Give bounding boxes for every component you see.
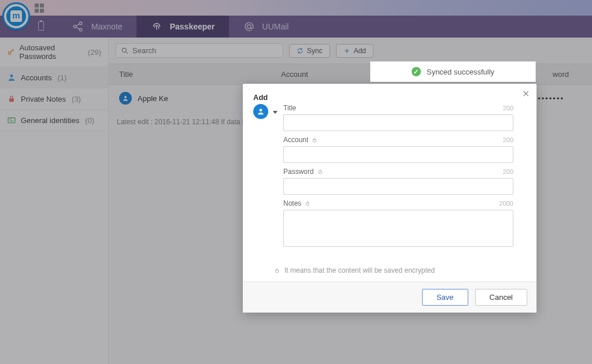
password-max: 200 bbox=[503, 168, 513, 175]
svg-rect-14 bbox=[276, 270, 279, 273]
password-label: Password bbox=[283, 168, 314, 176]
lock-icon bbox=[312, 136, 317, 143]
title-label: Title bbox=[283, 104, 296, 112]
account-label: Account bbox=[283, 136, 308, 144]
entry-avatar-icon[interactable] bbox=[253, 104, 268, 119]
cancel-button[interactable]: Cancel bbox=[475, 289, 527, 306]
account-input[interactable] bbox=[283, 146, 513, 163]
title-input[interactable] bbox=[283, 114, 513, 131]
lock-icon bbox=[274, 267, 280, 274]
modal-close-button[interactable]: ✕ bbox=[522, 88, 530, 99]
toast-message: Synced successfully bbox=[427, 68, 494, 76]
notes-label: Notes bbox=[283, 199, 301, 207]
add-modal: Add ✕ Title200 Account200 Password200 bbox=[243, 84, 536, 313]
avatar-dropdown-caret[interactable] bbox=[273, 111, 278, 114]
notes-max: 2000 bbox=[500, 200, 513, 207]
check-icon: ✓ bbox=[412, 67, 421, 76]
modal-title: Add bbox=[253, 93, 268, 102]
svg-rect-11 bbox=[313, 140, 316, 142]
svg-point-10 bbox=[260, 109, 262, 112]
lock-icon bbox=[305, 200, 310, 207]
account-max: 200 bbox=[503, 136, 513, 143]
lock-icon bbox=[317, 168, 323, 175]
password-input[interactable] bbox=[283, 178, 513, 195]
sync-toast: ✓ Synced successfully bbox=[370, 61, 536, 82]
encryption-hint: It means that the content will be saved … bbox=[243, 263, 536, 281]
notes-input[interactable] bbox=[283, 210, 513, 247]
save-button[interactable]: Save bbox=[422, 289, 468, 306]
svg-rect-13 bbox=[306, 203, 309, 206]
title-max: 200 bbox=[503, 105, 513, 112]
svg-rect-12 bbox=[319, 172, 321, 174]
hint-text: It means that the content will be saved … bbox=[284, 266, 435, 274]
